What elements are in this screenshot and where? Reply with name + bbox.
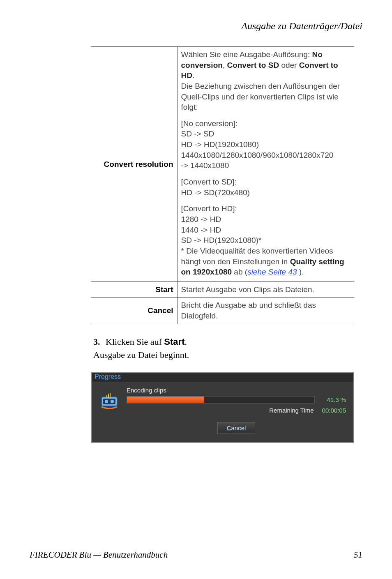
cancel-rest: ancel [231, 424, 246, 431]
fn-link[interactable]: siehe Seite 43 [247, 268, 297, 276]
encoding-label: Encoding clips [127, 387, 346, 394]
convhd-l0: [Convert to HD]: [181, 203, 350, 214]
intro-convsd: Convert to SD [227, 61, 279, 69]
intro-paragraph: Wählen Sie eine Ausgabe-Auflösung: No co… [181, 49, 350, 113]
step-post: . [184, 337, 187, 347]
dialog-right: Encoding clips 41.3 % Remaining Time 00:… [127, 387, 346, 434]
noconv-l4: -> 1440x1080 [181, 160, 350, 171]
svg-point-3 [111, 400, 114, 403]
dialog-content: Encoding clips 41.3 % Remaining Time 00:… [92, 382, 353, 442]
step-3: 3. Klicken Sie auf Start. [93, 337, 362, 347]
progress-bar [127, 396, 315, 404]
footer-pagenum: 51 [354, 550, 362, 560]
label-start: Start [91, 281, 178, 298]
step-aftertext: Ausgabe zu Datei beginnt. [93, 350, 362, 360]
progress-dialog: Progress Encoding clips 41.3 % [91, 372, 354, 443]
noconv-l2: HD -> HD(1920x1080) [181, 139, 350, 150]
progress-percent: 41.3 % [321, 396, 346, 403]
step-bold: Start [164, 337, 184, 347]
convhd-l1: 1280 -> HD [181, 214, 350, 225]
progress-row: 41.3 % [127, 396, 346, 404]
remaining-time: 00:00:05 [322, 407, 346, 414]
cancel-button[interactable]: Cancel [217, 422, 256, 434]
remaining-label: Remaining Time [269, 407, 314, 414]
block-convsd: [Convert to SD]: HD -> SD(720x480) [181, 177, 350, 198]
body-cancel: Bricht die Ausgabe ab und schließt das D… [178, 298, 354, 324]
step-pre: Klicken Sie auf [106, 337, 164, 347]
tape-icon [98, 389, 121, 412]
convhd-l2: 1440 -> HD [181, 225, 350, 235]
intro-line2: Die Beziehung zwischen den Auflösungen d… [181, 82, 340, 111]
noconv-l0: [No conversion]: [181, 118, 350, 129]
convsd-l1: HD -> SD(720x480) [181, 187, 350, 198]
svg-rect-5 [110, 393, 111, 398]
body-start: Startet Ausgabe von Clips als Dateien. [178, 281, 354, 298]
intro-mid2: oder [279, 61, 299, 69]
dialog-button-row: Cancel [127, 422, 346, 434]
row-cancel: Cancel Bricht die Ausgabe ab und schließ… [91, 298, 354, 324]
intro-post: . [192, 71, 194, 80]
noconv-l1: SD -> SD [181, 129, 350, 139]
row-start: Start Startet Ausgabe von Clips als Date… [91, 281, 354, 298]
convhd-footnote: * Die Videoqualität des konvertierten Vi… [181, 246, 350, 277]
footer-left: FIRECODER Blu — Benutzerhandbuch [30, 550, 168, 560]
page-header: Ausgabe zu Datenträger/Datei [30, 21, 362, 32]
intro-pre: Wählen Sie eine Ausgabe-Auflösung: [181, 50, 312, 59]
fn-post: ). [297, 268, 304, 276]
block-convhd: [Convert to HD]: 1280 -> HD 1440 -> HD S… [181, 203, 350, 277]
dialog-title: Progress [95, 373, 121, 381]
svg-point-2 [105, 400, 108, 403]
fn-mid: ab ( [232, 268, 247, 276]
remaining-row: Remaining Time 00:00:05 [127, 407, 346, 414]
cancel-mnemonic: C [227, 424, 231, 431]
progress-fill [127, 397, 204, 403]
svg-rect-6 [106, 395, 107, 398]
convhd-l3: SD -> HD(1920x1080)* [181, 235, 350, 246]
block-noconv: [No conversion]: SD -> SD HD -> HD(1920x… [181, 118, 350, 171]
settings-table: Convert resolution Wählen Sie eine Ausga… [91, 46, 354, 324]
intro-mid1: , [223, 61, 227, 69]
body-convert-resolution: Wählen Sie eine Ausgabe-Auflösung: No co… [178, 47, 354, 282]
dialog-titlebar: Progress [92, 373, 353, 382]
convsd-l0: [Convert to SD]: [181, 177, 350, 187]
label-cancel: Cancel [91, 298, 178, 324]
page-footer: FIRECODER Blu — Benutzerhandbuch 51 [30, 550, 362, 560]
svg-rect-4 [108, 394, 109, 398]
noconv-l3: 1440x1080/1280x1080/960x1080/1280x720 [181, 150, 350, 161]
step-num: 3. [93, 337, 100, 347]
row-convert-resolution: Convert resolution Wählen Sie eine Ausga… [91, 47, 354, 282]
label-convert-resolution: Convert resolution [91, 47, 178, 282]
